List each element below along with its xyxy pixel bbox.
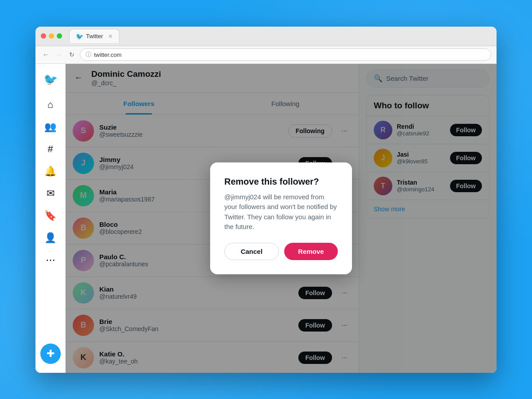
sidebar-item-messages[interactable]: ✉ [40, 183, 61, 204]
compose-icon: ✚ [47, 348, 55, 359]
hashtag-icon: # [47, 143, 53, 155]
sidebar-item-people[interactable]: 👥 [40, 117, 61, 137]
sidebar-item-notifications[interactable]: 🔔 [40, 161, 61, 182]
modal-title: Remove this follower? [224, 177, 338, 187]
minimize-button[interactable] [49, 33, 54, 39]
browser-tab[interactable]: 🐦 Twitter ✕ [69, 29, 119, 43]
sidebar-item-explore[interactable]: # [40, 139, 61, 159]
browser-window: 🐦 Twitter ✕ ← → ↻ ⓘ twitter.com 🐦 ⌂ 👥 # [35, 27, 497, 373]
bell-icon: 🔔 [44, 166, 56, 177]
modal-overlay[interactable]: Remove this follower? @jimmyj024 will be… [66, 64, 497, 373]
browser-toolbar: ← → ↻ ⓘ twitter.com [35, 46, 497, 64]
sidebar-item-profile[interactable]: 👤 [40, 228, 61, 248]
address-bar[interactable]: ⓘ twitter.com [80, 48, 491, 61]
tab-close-icon[interactable]: ✕ [108, 33, 113, 40]
close-button[interactable] [41, 33, 46, 39]
content-wrapper: ← Dominic Camozzi @_dcrc_ Followers Foll… [66, 64, 497, 373]
browser-content: 🐦 ⌂ 👥 # 🔔 ✉ 🔖 👤 ⋯ [35, 64, 497, 373]
cancel-button[interactable]: Cancel [224, 243, 279, 260]
twitter-logo-icon[interactable]: 🐦 [38, 67, 63, 92]
tab-title: Twitter [86, 33, 103, 40]
back-nav-button[interactable]: ← [41, 49, 51, 60]
modal-body: @jimmyj024 will be removed from your fol… [224, 192, 338, 232]
sidebar-item-bookmarks[interactable]: 🔖 [40, 205, 61, 226]
tab-favicon-icon: 🐦 [76, 33, 83, 40]
more-icon: ⋯ [46, 254, 55, 266]
mail-icon: ✉ [47, 188, 55, 199]
people-icon: 👥 [44, 121, 56, 133]
twitter-sidebar: 🐦 ⌂ 👥 # 🔔 ✉ 🔖 👤 ⋯ [35, 64, 66, 373]
reload-button[interactable]: ↻ [67, 49, 76, 60]
sidebar-item-home[interactable]: ⌂ [40, 95, 61, 115]
address-text: twitter.com [94, 51, 121, 58]
remove-button[interactable]: Remove [284, 243, 338, 260]
home-icon: ⌂ [47, 99, 53, 111]
remove-follower-modal: Remove this follower? @jimmyj024 will be… [210, 162, 352, 274]
sidebar-item-more[interactable]: ⋯ [40, 250, 61, 270]
bookmark-icon: 🔖 [44, 210, 56, 221]
modal-actions: Cancel Remove [224, 243, 338, 260]
maximize-button[interactable] [57, 33, 62, 39]
traffic-lights [41, 33, 62, 39]
compose-button[interactable]: ✚ [40, 344, 61, 364]
forward-nav-button[interactable]: → [54, 49, 64, 60]
user-icon: 👤 [44, 232, 56, 244]
browser-titlebar: 🐦 Twitter ✕ [35, 27, 497, 46]
